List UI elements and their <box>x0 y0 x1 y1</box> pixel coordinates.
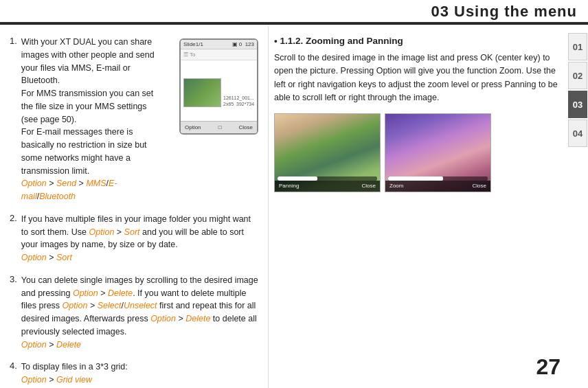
phone-to-label: ☰ To <box>183 52 196 58</box>
image-pair: Panning Close Zoom Close <box>274 113 558 192</box>
softkey-panning[interactable]: Panning <box>279 183 299 189</box>
item-text-4: To display files in a 3*3 grid: Option >… <box>21 361 128 387</box>
option-link-1: Option <box>21 179 47 188</box>
phone-thumbnail <box>183 78 221 107</box>
phone-statusbar: Slide1/1 ▣ 0 123 <box>181 40 257 49</box>
header: 03 Using the menu <box>0 0 588 25</box>
left-column: Slide1/1 ▣ 0 123 ☰ To 126112_001...2x65 … <box>0 26 268 388</box>
section-body: Scroll to the desired image in the image… <box>274 52 558 105</box>
section-title: • 1.1.2. Zooming and Panning <box>274 36 558 46</box>
image-softkeys-2: Zoom Close <box>385 181 490 192</box>
phone-slide-label: Slide1/1 <box>183 41 203 47</box>
item-text-2: If you have multiple files in your image… <box>21 213 258 264</box>
phone-address-bar: ☰ To <box>181 49 257 60</box>
page-number: 27 <box>536 354 561 380</box>
phone-softkey-icon: □ <box>218 124 222 130</box>
phone-thumb-info: 126112_001...2x65 392*734 <box>223 95 254 107</box>
main-content: Slide1/1 ▣ 0 123 ☰ To 126112_001...2x65 … <box>0 26 567 388</box>
phone-softkey-right[interactable]: Close <box>239 124 253 130</box>
panning-image: Panning Close <box>274 113 381 192</box>
tab-03[interactable]: 03 <box>568 91 587 118</box>
softkey-close-1[interactable]: Close <box>362 183 376 189</box>
item-text-1: With your XT DUAL you can share images w… <box>21 36 166 203</box>
softkey-zoom[interactable]: Zoom <box>389 183 403 189</box>
item-number-1: 1. <box>10 36 17 203</box>
phone-mockup: Slide1/1 ▣ 0 123 ☰ To 126112_001...2x65 … <box>179 38 258 135</box>
list-item: 4. To display files in a 3*3 grid: Optio… <box>10 361 258 387</box>
page-title: 03 Using the menu <box>431 3 577 21</box>
list-item: 1. With your XT DUAL you can share image… <box>10 36 166 203</box>
tab-04[interactable]: 04 <box>568 119 587 147</box>
phone-body: 126112_001...2x65 392*734 <box>181 60 257 121</box>
sidebar-tabs: 01 02 03 04 <box>567 26 588 388</box>
item-number-3: 3. <box>10 274 17 352</box>
tab-02[interactable]: 02 <box>568 62 587 89</box>
item-text-3: You can delete single images by scrollin… <box>21 274 258 352</box>
phone-softkeys: Option □ Close <box>181 121 257 133</box>
list-item: 2. If you have multiple files in your im… <box>10 213 258 264</box>
tab-01[interactable]: 01 <box>568 33 587 60</box>
right-column: • 1.1.2. Zooming and Panning Scroll to t… <box>268 26 567 388</box>
zoom-image: Zoom Close <box>385 113 491 192</box>
softkey-close-2[interactable]: Close <box>473 183 486 189</box>
list-item: 3. You can delete single images by scrol… <box>10 274 258 352</box>
image-softkeys-1: Panning Close <box>275 181 380 192</box>
item-number-2: 2. <box>10 213 17 264</box>
phone-status-icons: ▣ 0 123 <box>232 41 254 47</box>
item-number-4: 4. <box>10 361 17 387</box>
phone-softkey-left[interactable]: Option <box>185 124 201 130</box>
